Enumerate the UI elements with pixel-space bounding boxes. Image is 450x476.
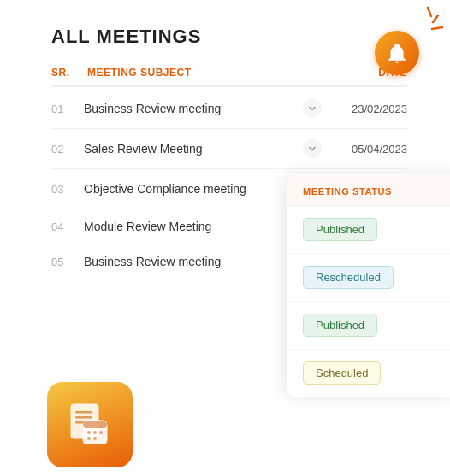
- sr-number: 05: [51, 256, 84, 268]
- status-item: Published: [287, 302, 450, 350]
- doc-icon-container: [47, 382, 133, 467]
- svg-point-13: [93, 437, 97, 440]
- bell-icon: [386, 42, 408, 64]
- chevron-down-icon: [308, 104, 317, 113]
- svg-line-0: [428, 8, 431, 16]
- svg-point-11: [99, 431, 103, 434]
- table-header: SR. MEETING SUBJECT DATE: [51, 67, 407, 87]
- meeting-date: 23/02/2023: [330, 103, 407, 115]
- meeting-subject: Business Review meeting: [84, 102, 303, 115]
- status-item: Scheduled: [287, 350, 450, 397]
- svg-point-12: [87, 437, 91, 440]
- svg-rect-4: [75, 411, 92, 414]
- chevron-down-icon: [308, 144, 317, 153]
- status-item: Published: [287, 206, 450, 254]
- svg-line-2: [432, 27, 442, 29]
- status-item: Rescheduled: [287, 254, 450, 302]
- rows-area: 01 Business Review meeting 23/02/2023 02…: [51, 89, 407, 279]
- meeting-date: 05/04/2023: [330, 143, 407, 156]
- page-container: ALL MEETINGS SR. MEETING SUBJECT DATE 01…: [0, 0, 450, 476]
- bell-button[interactable]: [375, 31, 419, 75]
- sr-number: 03: [51, 183, 84, 196]
- dropdown-button[interactable]: [303, 139, 322, 158]
- table-row: 02 Sales Review Meeting 05/04/2023: [51, 129, 407, 169]
- svg-rect-5: [75, 416, 92, 419]
- header-sr: SR.: [51, 67, 84, 79]
- status-badge-scheduled: Scheduled: [303, 361, 381, 385]
- svg-line-1: [433, 15, 438, 22]
- dropdown-button[interactable]: [303, 99, 322, 118]
- page-title: ALL MEETINGS: [51, 26, 407, 48]
- svg-point-10: [93, 431, 97, 434]
- svg-rect-8: [83, 421, 107, 428]
- meeting-subject: Sales Review Meeting: [84, 142, 303, 156]
- sr-number: 01: [51, 103, 84, 115]
- sr-number: 02: [51, 143, 84, 156]
- document-icon: [64, 399, 115, 450]
- header-subject: MEETING SUBJECT: [84, 67, 313, 79]
- status-badge-published-2: Published: [303, 314, 377, 337]
- status-badge-published: Published: [303, 218, 377, 241]
- status-panel-header: MEETING STATUS: [287, 174, 450, 206]
- table-row: 01 Business Review meeting 23/02/2023: [51, 89, 407, 129]
- meeting-subject: Objective Compliance meeting: [84, 182, 303, 196]
- main-content: SR. MEETING SUBJECT DATE 01 Business Rev…: [51, 67, 407, 279]
- svg-point-9: [87, 431, 91, 434]
- status-panel: MEETING STATUS Published Rescheduled Pub…: [287, 174, 450, 397]
- status-panel-title: MEETING STATUS: [303, 186, 443, 197]
- sr-number: 04: [51, 220, 84, 233]
- status-badge-rescheduled: Rescheduled: [303, 266, 394, 289]
